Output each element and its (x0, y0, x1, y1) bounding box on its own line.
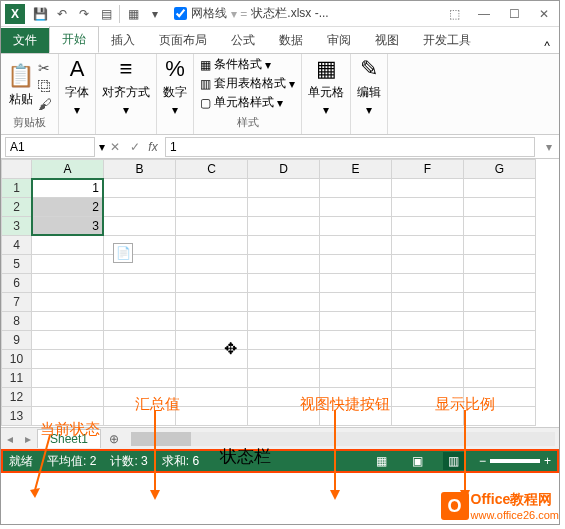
tab-review[interactable]: 审阅 (315, 28, 363, 53)
watermark-url: www.office26.com (471, 509, 559, 521)
undo-icon[interactable]: ↶ (51, 3, 73, 25)
row-header[interactable]: 3 (2, 217, 32, 236)
sheet-nav-next-icon[interactable]: ▸ (19, 432, 37, 446)
group-font: A字体▾ (59, 54, 96, 134)
cell[interactable]: 1 (32, 179, 104, 198)
editing-icon: ✎ (360, 56, 378, 82)
status-bar: 就绪 平均值: 2 计数: 3 求和: 6 ▦ ▣ ▥ − + (1, 449, 559, 473)
col-header[interactable]: E (320, 160, 392, 179)
window-title: 状态栏.xlsx -... (251, 5, 328, 22)
fx-icon[interactable]: fx (145, 140, 161, 154)
sheet-tab[interactable]: Sheet1 (37, 429, 101, 448)
select-all-corner[interactable] (2, 160, 32, 179)
group-number: %数字▾ (157, 54, 194, 134)
paste-icon: 📋 (7, 63, 34, 89)
worksheet-grid[interactable]: A B C D E F G 11 22 33 4 5 6 7 8 9 10 11… (1, 159, 559, 427)
zoom-slider[interactable] (490, 459, 540, 463)
sheet-nav-prev-icon[interactable]: ◂ (1, 432, 19, 446)
group-clipboard: 📋 粘贴 ✂ ⿻ 🖌 剪贴板 (1, 54, 59, 134)
chevron-down-icon[interactable]: ▾ (144, 3, 166, 25)
gridlines-label: 网格线 (191, 5, 227, 22)
row-header[interactable]: 2 (2, 198, 32, 217)
tab-home[interactable]: 开始 (49, 26, 99, 53)
close-icon[interactable]: ✕ (529, 7, 559, 21)
horizontal-scrollbar[interactable] (131, 432, 555, 446)
group-editing: ✎编辑▾ (351, 54, 388, 134)
save-icon[interactable]: 💾 (29, 3, 51, 25)
tab-file[interactable]: 文件 (1, 28, 49, 53)
row-header[interactable]: 13 (2, 407, 32, 426)
normal-view-icon[interactable]: ▦ (371, 452, 393, 470)
group-alignment: ≡对齐方式▾ (96, 54, 157, 134)
group-cells: ▦单元格▾ (302, 54, 351, 134)
font-button[interactable]: A字体▾ (65, 56, 89, 117)
grid-toggle-icon[interactable]: ▦ (122, 3, 144, 25)
paste-button[interactable]: 📋 粘贴 (7, 63, 34, 108)
group-styles: ▦条件格式▾ ▥套用表格格式▾ ▢单元格样式▾ 样式 (194, 54, 302, 134)
row-header[interactable]: 11 (2, 369, 32, 388)
tab-layout[interactable]: 页面布局 (147, 28, 219, 53)
cell-styles-button[interactable]: ▢单元格样式▾ (200, 94, 283, 111)
row-header[interactable]: 5 (2, 255, 32, 274)
col-header[interactable]: G (464, 160, 536, 179)
zoom-in-icon[interactable]: + (544, 454, 551, 468)
copy-icon[interactable]: ⿻ (38, 78, 52, 94)
group-label: 剪贴板 (13, 115, 46, 132)
cells-button[interactable]: ▦单元格▾ (308, 56, 344, 117)
row-header[interactable]: 1 (2, 179, 32, 198)
tab-formulas[interactable]: 公式 (219, 28, 267, 53)
row-header[interactable]: 9 (2, 331, 32, 350)
row-header[interactable]: 4 (2, 236, 32, 255)
ribbon: 📋 粘贴 ✂ ⿻ 🖌 剪贴板 A字体▾ ≡对齐方式▾ %数字▾ (1, 53, 559, 135)
row-header[interactable]: 10 (2, 350, 32, 369)
paste-options-icon[interactable]: 📄 (113, 243, 133, 263)
number-button[interactable]: %数字▾ (163, 56, 187, 117)
cut-icon[interactable]: ✂ (38, 60, 50, 76)
page-break-view-icon[interactable]: ▥ (443, 452, 465, 470)
zoom-out-icon[interactable]: − (479, 454, 486, 468)
conditional-format-button[interactable]: ▦条件格式▾ (200, 56, 271, 73)
tab-view[interactable]: 视图 (363, 28, 411, 53)
editing-button[interactable]: ✎编辑▾ (357, 56, 381, 117)
page-layout-view-icon[interactable]: ▣ (407, 452, 429, 470)
maximize-icon[interactable]: ☐ (499, 7, 529, 21)
add-sheet-icon[interactable]: ⊕ (101, 432, 127, 446)
cell[interactable]: 2 (32, 198, 104, 217)
tab-insert[interactable]: 插入 (99, 28, 147, 53)
formula-bar[interactable] (165, 137, 535, 157)
cancel-icon[interactable]: ✕ (105, 140, 125, 154)
minimize-icon[interactable]: ― (469, 7, 499, 21)
scrollbar-thumb[interactable] (131, 432, 191, 446)
align-button[interactable]: ≡对齐方式▾ (102, 56, 150, 117)
col-header[interactable]: C (176, 160, 248, 179)
col-header[interactable]: D (248, 160, 320, 179)
new-icon[interactable]: ▤ (95, 3, 117, 25)
cell[interactable]: 3 (32, 217, 104, 236)
row-header[interactable]: 8 (2, 312, 32, 331)
paste-label: 粘贴 (9, 91, 33, 108)
ribbon-options-icon[interactable]: ⬚ (439, 7, 469, 21)
enter-icon[interactable]: ✓ (125, 140, 145, 154)
table-format-button[interactable]: ▥套用表格格式▾ (200, 75, 295, 92)
format-painter-icon[interactable]: 🖌 (38, 96, 52, 112)
ribbon-tabs: 文件 开始 插入 页面布局 公式 数据 审阅 视图 开发工具 ^ (1, 27, 559, 53)
name-box[interactable] (5, 137, 95, 157)
watermark-logo-icon: O (441, 492, 469, 520)
row-header[interactable]: 6 (2, 274, 32, 293)
col-header[interactable]: A (32, 160, 104, 179)
col-header[interactable]: F (392, 160, 464, 179)
collapse-ribbon-icon[interactable]: ^ (535, 39, 559, 53)
title-area: 网格线 ▾ = 状态栏.xlsx -... (166, 5, 439, 22)
expand-formula-icon[interactable]: ▾ (539, 140, 559, 154)
tab-developer[interactable]: 开发工具 (411, 28, 483, 53)
status-count: 计数: 3 (110, 453, 147, 470)
tab-data[interactable]: 数据 (267, 28, 315, 53)
row-header[interactable]: 12 (2, 388, 32, 407)
sheet-tab-bar: ◂ ▸ Sheet1 ⊕ (1, 427, 559, 449)
gridlines-checkbox[interactable] (174, 7, 187, 20)
redo-icon[interactable]: ↷ (73, 3, 95, 25)
status-sum: 求和: 6 (162, 453, 199, 470)
col-header[interactable]: B (104, 160, 176, 179)
zoom-control[interactable]: − + (479, 454, 551, 468)
row-header[interactable]: 7 (2, 293, 32, 312)
